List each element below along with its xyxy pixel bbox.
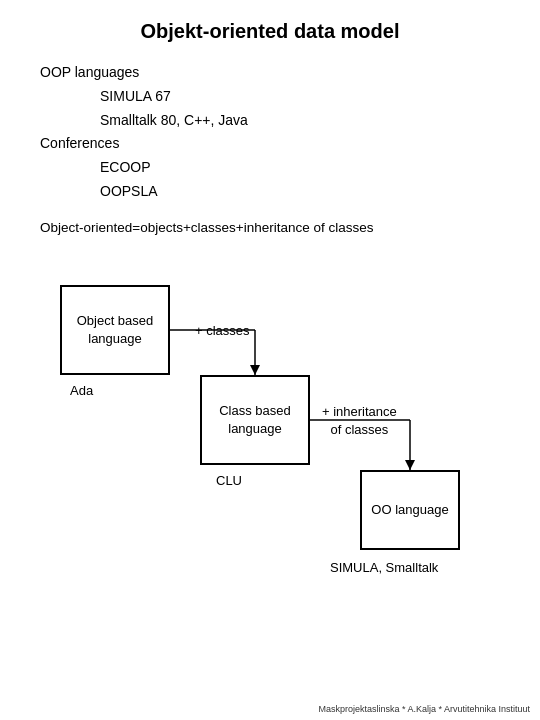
oop-item-2: Smalltalk 80, C++, Java: [100, 109, 500, 133]
svg-marker-2: [250, 365, 260, 375]
page-content: Objekt-oriented data model OOP languages…: [0, 0, 540, 635]
conferences-label: Conferences: [40, 132, 500, 156]
label-ada: Ada: [70, 383, 93, 398]
definition-text: Object-oriented=objects+classes+inherita…: [40, 220, 500, 235]
oop-item-1: SIMULA 67: [100, 85, 500, 109]
label-plus-inheritance: + inheritanceof classes: [322, 403, 397, 439]
conf-item-1: ECOOP: [100, 156, 500, 180]
label-simula-smalltalk: SIMULA, Smalltalk: [330, 560, 438, 575]
box-class-based: Class based language: [200, 375, 310, 465]
conf-item-2: OOPSLA: [100, 180, 500, 204]
footer-text: Maskprojektaslinska * A.Kalja * Arvutite…: [318, 704, 530, 714]
box-oo-language: OO language: [360, 470, 460, 550]
oop-label: OOP languages: [40, 61, 500, 85]
label-plus-classes: + classes: [195, 323, 250, 338]
label-clu: CLU: [216, 473, 242, 488]
svg-marker-5: [405, 460, 415, 470]
diagram: Object based language Class based langua…: [40, 255, 520, 615]
box-object-based: Object based language: [60, 285, 170, 375]
oop-section: OOP languages SIMULA 67 Smalltalk 80, C+…: [40, 61, 500, 204]
page-title: Objekt-oriented data model: [40, 20, 500, 43]
